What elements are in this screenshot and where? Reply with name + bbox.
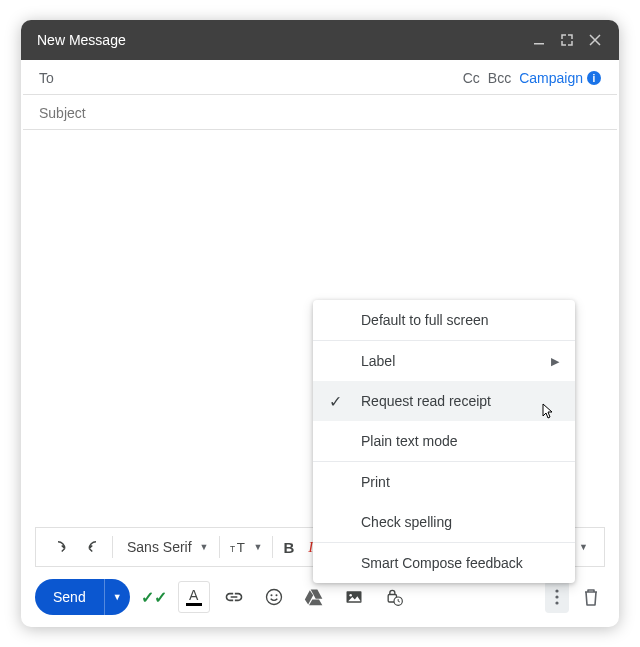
- menu-item-check-spelling[interactable]: Check spelling: [313, 502, 575, 542]
- menu-item-label: Label: [361, 353, 395, 369]
- lock-clock-icon: [384, 587, 404, 607]
- font-size-selector[interactable]: TT ▼: [224, 533, 269, 561]
- svg-text:T: T: [236, 540, 244, 555]
- redo-icon: [84, 538, 102, 556]
- fullscreen-button[interactable]: [555, 28, 579, 52]
- menu-item-label: Check spelling: [361, 514, 452, 530]
- image-icon: [344, 587, 364, 607]
- insert-link-button[interactable]: [218, 581, 250, 613]
- menu-item-label: Print: [361, 474, 390, 490]
- menu-item-print[interactable]: Print: [313, 462, 575, 502]
- subject-row: [23, 95, 617, 130]
- title-bar-actions: [527, 28, 607, 52]
- close-icon: [589, 34, 601, 46]
- svg-point-11: [555, 595, 558, 598]
- send-button[interactable]: Send: [35, 579, 104, 615]
- send-more-button[interactable]: ▼: [104, 579, 130, 615]
- svg-point-10: [555, 589, 558, 592]
- undo-button[interactable]: [46, 533, 76, 561]
- confidential-mode-button[interactable]: [378, 581, 410, 613]
- check-icon: ✓: [329, 392, 342, 411]
- menu-item-label: Plain text mode: [361, 433, 458, 449]
- more-options-button[interactable]: [545, 581, 569, 613]
- spellcheck-icon: ✓✓: [141, 588, 167, 607]
- close-button[interactable]: [583, 28, 607, 52]
- menu-item-plain-text[interactable]: Plain text mode: [313, 421, 575, 461]
- chevron-down-icon: ▼: [579, 542, 588, 552]
- chevron-right-icon: ▶: [551, 355, 559, 368]
- campaign-link[interactable]: Campaign i: [519, 70, 601, 86]
- emoji-icon: [264, 587, 284, 607]
- svg-point-7: [349, 594, 352, 597]
- window-title: New Message: [37, 32, 527, 48]
- minimize-button[interactable]: [527, 28, 551, 52]
- font-family-selector[interactable]: Sans Serif ▼: [117, 533, 215, 561]
- menu-item-default-fullscreen[interactable]: Default to full screen: [313, 300, 575, 340]
- spellcheck-button[interactable]: ✓✓: [138, 581, 170, 613]
- chevron-down-icon: ▼: [254, 542, 263, 552]
- info-icon: i: [587, 71, 601, 85]
- toolbar-separator: [219, 536, 220, 558]
- menu-item-label: Default to full screen: [361, 312, 489, 328]
- cursor-icon: [540, 403, 556, 421]
- font-family-label: Sans Serif: [123, 539, 196, 555]
- link-icon: [224, 587, 244, 607]
- menu-item-label: Smart Compose feedback: [361, 555, 523, 571]
- more-options-menu: Default to full screen Label ▶ ✓ Request…: [313, 300, 575, 583]
- subject-input[interactable]: [39, 105, 601, 121]
- to-row[interactable]: To Cc Bcc Campaign i: [23, 60, 617, 95]
- bcc-link[interactable]: Bcc: [488, 70, 511, 86]
- text-color-letter: A: [189, 588, 198, 602]
- text-color-button[interactable]: A: [178, 581, 210, 613]
- text-color-underline: [186, 603, 202, 606]
- fullscreen-icon: [561, 34, 573, 46]
- toolbar-separator: [272, 536, 273, 558]
- svg-rect-0: [534, 43, 544, 45]
- minimize-icon: [533, 34, 545, 46]
- menu-item-label[interactable]: Label ▶: [313, 341, 575, 381]
- to-label: To: [39, 70, 463, 86]
- redo-button[interactable]: [78, 533, 108, 561]
- discard-button[interactable]: [577, 581, 605, 613]
- menu-item-smart-compose-feedback[interactable]: Smart Compose feedback: [313, 543, 575, 583]
- font-size-icon: TT: [230, 538, 250, 556]
- svg-point-12: [555, 601, 558, 604]
- trash-icon: [583, 588, 599, 606]
- chevron-down-icon: ▼: [113, 592, 122, 602]
- undo-icon: [52, 538, 70, 556]
- menu-item-request-read-receipt[interactable]: ✓ Request read receipt: [313, 381, 575, 421]
- more-vert-icon: [555, 589, 559, 605]
- insert-drive-button[interactable]: [298, 581, 330, 613]
- toolbar-separator: [112, 536, 113, 558]
- drive-icon: [304, 587, 324, 607]
- title-bar: New Message: [21, 20, 619, 60]
- send-button-group: Send ▼: [35, 579, 130, 615]
- insert-emoji-button[interactable]: [258, 581, 290, 613]
- recipient-options: Cc Bcc Campaign i: [463, 70, 601, 86]
- svg-point-4: [270, 594, 272, 596]
- campaign-label: Campaign: [519, 70, 583, 86]
- svg-point-3: [266, 590, 281, 605]
- svg-point-5: [275, 594, 277, 596]
- insert-image-button[interactable]: [338, 581, 370, 613]
- chevron-down-icon: ▼: [200, 542, 209, 552]
- cc-link[interactable]: Cc: [463, 70, 480, 86]
- bold-button[interactable]: B: [277, 533, 300, 561]
- svg-text:T: T: [230, 544, 235, 554]
- menu-item-label: Request read receipt: [361, 393, 491, 409]
